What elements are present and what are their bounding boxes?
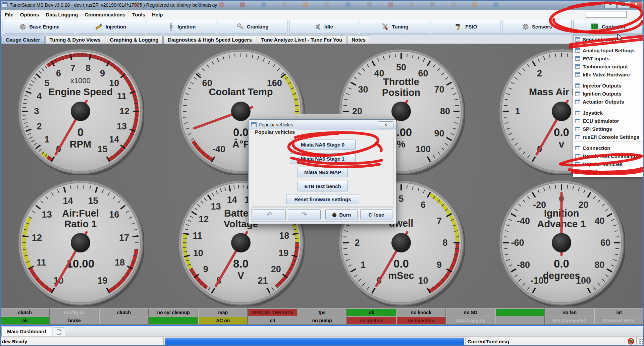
menu-item-ecu-stimulator[interactable]: ECU stimulator <box>573 117 643 125</box>
menu-item-idle-valve-hardware[interactable]: Idle Valve Hardware <box>573 70 643 78</box>
controller-menu: Sensor InputsAnalog Input SettingsEGT In… <box>573 34 644 177</box>
tuning-icon <box>381 23 389 31</box>
dialog-button-reset-firmware-settings[interactable]: Reset firmware settings <box>286 194 359 204</box>
search-input[interactable] <box>586 11 627 18</box>
indicator-blank <box>495 308 545 316</box>
tab-graphing-logging[interactable]: Graphing & Logging <box>106 36 163 44</box>
undo-arrow-icon[interactable]: ↶ <box>253 209 286 220</box>
dialog-button-miata-na6-stage-0[interactable]: Miata NA6 Stage 0 <box>290 139 356 150</box>
menu-help[interactable]: Help <box>149 12 166 17</box>
tab-tuning-dyno-views[interactable]: Tuning & Dyno Views <box>45 36 105 44</box>
svg-text:10: 10 <box>418 276 428 286</box>
dialog-window-icon <box>575 64 580 69</box>
menu-communications[interactable]: Communications <box>81 12 129 17</box>
dialog-title: Popular vehicles <box>259 122 293 127</box>
toolbar-injection[interactable]: Injection <box>76 20 145 34</box>
svg-text:14: 14 <box>109 134 119 145</box>
tab-gauge-cluster[interactable]: Gauge Cluster <box>1 36 45 44</box>
dialog-window-icon <box>575 127 580 131</box>
menu-item-egt-inputs[interactable]: EGT Inputs <box>573 54 643 62</box>
toolbar-controller[interactable]: Controller <box>573 20 643 34</box>
menu-options[interactable]: Options <box>17 12 43 17</box>
toolbar-ignition[interactable]: Ignition <box>147 20 216 34</box>
menu-item-ignition-outputs[interactable]: Ignition Outputs <box>573 90 643 98</box>
popular-vehicles-dialog: Popular vehicles × Popular vehicles Miat… <box>248 119 396 224</box>
svg-text:18: 18 <box>279 231 289 241</box>
redo-arrow-icon[interactable]: ↷ <box>288 209 321 220</box>
indicator-tps: tps <box>298 308 347 316</box>
toolbar-cranking[interactable]: Cranking <box>218 20 287 34</box>
svg-text:13: 13 <box>211 201 221 212</box>
toolbar-fsio[interactable]: FSIO <box>431 20 500 34</box>
svg-text:16: 16 <box>109 210 119 220</box>
wrench-icon <box>237 23 244 31</box>
tab-tune-analyze-live-tune-for-you[interactable]: Tune Analyze Live! - Tune For You <box>257 36 347 44</box>
menu-item-tachometer-output[interactable]: Tachometer output <box>573 62 643 70</box>
menu-bar: FileOptionsData LoggingCommunicationsToo… <box>0 10 644 19</box>
svg-text:11: 11 <box>117 91 127 101</box>
dialog-close-button[interactable]: × <box>378 121 393 128</box>
svg-text:8: 8 <box>86 63 91 73</box>
svg-text:7: 7 <box>437 216 442 226</box>
close-dialog-button[interactable]: Close <box>360 209 392 220</box>
indicator-blank <box>99 316 149 324</box>
toolbar-tuning[interactable]: Tuning <box>360 20 429 34</box>
indicator-blank <box>149 316 198 324</box>
tab-notes[interactable]: Notes <box>347 36 370 44</box>
burn-button[interactable]: Burn <box>325 209 358 220</box>
menu-item-label: Popular vehicles <box>583 161 623 167</box>
toolbar-label-tuning: Tuning <box>392 24 408 30</box>
svg-text:0.0: 0.0 <box>233 126 249 138</box>
svg-text:1: 1 <box>515 106 520 116</box>
indicator-no-ignition: no ignition <box>347 316 396 324</box>
svg-text:8: 8 <box>442 238 447 248</box>
menu-item-full-pinout[interactable]: Full pinout <box>573 168 643 176</box>
svg-text:0.0: 0.0 <box>554 126 569 138</box>
indicator-clt: clt <box>248 316 297 324</box>
menu-item-rusefi-console-settings[interactable]: rusEfi Console Settings <box>573 133 643 141</box>
maximize-button[interactable]: ❐ <box>617 1 629 8</box>
menu-item-connection[interactable]: Connection <box>573 144 643 152</box>
toolbar-label-ignition: Ignition <box>177 24 196 30</box>
new-dashboard-tab[interactable]: * <box>53 328 65 336</box>
dialog-window-icon <box>575 111 580 115</box>
menu-tools[interactable]: Tools <box>129 12 149 17</box>
toolbar-sensors[interactable]: Sensors <box>502 20 572 34</box>
dialog-button-etb-test-bench[interactable]: ETB test bench <box>298 181 348 191</box>
menu-item-actuator-outputs[interactable]: Actuator Outputs <box>573 98 643 106</box>
dialog-window-icon <box>575 48 580 53</box>
tab-diagnostics-high-speed-loggers[interactable]: Diagnostics & High Speed Loggers <box>163 36 256 44</box>
menu-item-injector-outputs[interactable]: Injector Outputs <box>573 81 643 90</box>
menu-item-label: ECU stimulator <box>583 118 619 124</box>
indicator-not-connected: Not Connected <box>545 316 594 324</box>
svg-text:20: 20 <box>578 200 588 210</box>
menu-item-popular-vehicles[interactable]: Popular vehicles <box>573 160 643 168</box>
resize-grip[interactable] <box>637 337 644 346</box>
menu-file[interactable]: File <box>1 12 17 17</box>
dialog-button-miata-na6-stage-1[interactable]: Miata NA6 Stage 1 <box>290 153 356 164</box>
dialog-button-miata-nb2-map[interactable]: Miata NB2 MAP <box>298 167 348 177</box>
menu-separator <box>574 141 643 143</box>
indicator-config-ok: config ok <box>50 308 99 316</box>
menu-item-joystick[interactable]: Joystick <box>573 109 643 117</box>
toolbar-idle[interactable]: Idle <box>289 20 359 34</box>
toolbar-label-fsio: FSIO <box>465 24 477 30</box>
menu-data-logging[interactable]: Data Logging <box>43 12 82 17</box>
toolbar-label-controller: Controller <box>602 24 626 30</box>
tab-main-dashboard[interactable]: Main Dashboard <box>1 327 52 336</box>
toolbar-base-engine[interactable]: Base Engine <box>5 20 74 34</box>
svg-text:14: 14 <box>63 196 73 206</box>
burn-icon <box>332 212 337 217</box>
menu-item-analog-input-settings[interactable]: Analog Input Settings <box>573 46 643 54</box>
menu-item-bench-test-commands[interactable]: Bench Test Commands <box>573 152 643 160</box>
svg-text:15: 15 <box>97 144 107 154</box>
minimize-button[interactable]: – <box>604 1 616 8</box>
menu-item-sensor-inputs[interactable]: Sensor Inputs <box>573 35 643 43</box>
dialog-window-icon <box>575 135 580 139</box>
toolbar-label-cranking: Cranking <box>247 24 269 30</box>
svg-text:20: 20 <box>271 264 281 274</box>
menu-item-spi-settings[interactable]: SPI Settings <box>573 125 643 133</box>
close-button[interactable]: ✕ <box>630 1 642 8</box>
burn-label: Burn <box>339 212 351 218</box>
svg-text:13: 13 <box>117 121 127 131</box>
